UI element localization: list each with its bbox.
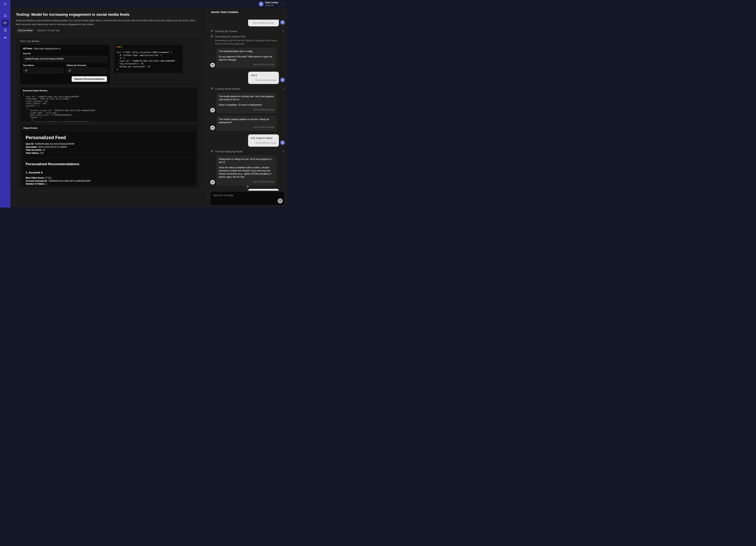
output-review-label: Output Review <box>22 127 196 129</box>
topbar: Z Zack Leman Jarmin AI <box>10 0 287 8</box>
terminal-dot-green <box>121 46 122 47</box>
terminal-header <box>114 45 183 49</box>
chat-message-agent: The model creation pipeline is now live.… <box>210 116 285 131</box>
chevron-down-icon <box>282 150 285 153</box>
message-input[interactable] <box>210 191 285 205</box>
divider <box>26 158 192 158</box>
substep-title-row: Generating ML Pipeline Plan <box>210 35 285 38</box>
updated-timestamp: Updated 5 minutes ago <box>37 29 60 32</box>
message-text: cool. ready for deploy <box>251 137 276 140</box>
section-planning-ml-pipeline[interactable]: Planning ML Pipeline <box>210 29 285 33</box>
message-timestamp: Oct 24, 2025 at 3:22 pm <box>219 180 274 183</box>
request-form: API Host: https://api-staging.jarmin.ai … <box>20 45 110 84</box>
robot-icon <box>210 29 213 33</box>
curl-command: curl -X POST 'http://localhost:3001/reco… <box>114 49 183 73</box>
meta-line: Number of Videos: 1 <box>26 182 192 185</box>
avatar: Z <box>280 140 285 145</box>
sidebar <box>0 0 10 207</box>
message-bubble: i like it Oct 24, 2025 at 3:13 pm <box>248 72 279 84</box>
message-input-card <box>210 191 285 205</box>
meta-line: Total Accounts: 20 <box>26 148 192 152</box>
sidebar-item-projects[interactable] <box>2 19 9 27</box>
message-bubble: The implementation plan is ready. Do you… <box>216 48 277 68</box>
chat-header: Jarmin Task Creation <box>208 8 287 16</box>
robot-icon <box>210 87 213 91</box>
sidebar-expand-button[interactable] <box>0 2 10 7</box>
api-host-label: API Host: <box>23 47 33 50</box>
top-videos-field[interactable] <box>23 68 64 73</box>
sidebar-item-inbox[interactable] <box>2 34 9 41</box>
user-id-field[interactable] <box>23 56 107 62</box>
message-timestamp: Oct 24, 2025 at 3:13 pm <box>219 108 274 111</box>
page-description: Build and deploy a personalized ranking … <box>16 19 201 26</box>
chat-message-user: i like it Oct 24, 2025 at 3:13 pm Z <box>210 72 285 84</box>
home-icon <box>3 14 7 18</box>
message-text: The implementation plan is ready. <box>219 50 274 53</box>
terminal-dot-yellow <box>118 46 120 47</box>
message-bubble: The model pipeline is running now. You'l… <box>216 93 277 113</box>
message-timestamp: Oct 24, 2025 at 3:14 pm <box>219 126 274 129</box>
message-timestamp: Oct 24, 2025 at 3:13 pm <box>251 79 276 82</box>
task-chat-panel: Jarmin Task Creation Oct 24, 2025 at 3:1… <box>208 8 287 207</box>
avatar: Z <box>259 2 263 6</box>
chat-title: Jarmin Task Creation <box>211 10 238 14</box>
robot-avatar <box>210 108 215 113</box>
chat-message-agent: The implementation plan is ready. Do you… <box>210 48 285 68</box>
badge-row: Test Live Model Updated 5 minutes ago <box>16 28 202 32</box>
message-timestamp: Oct 24, 2025 at 3:12 pm <box>251 21 276 25</box>
top-videos-label: Top Videos <box>23 64 64 66</box>
request-recommendations-button[interactable]: Request Recommendations <box>72 76 107 82</box>
message-bubble: Oct 24, 2025 at 3:12 pm <box>248 20 279 26</box>
arrow-down-icon <box>246 185 249 188</box>
chevron-down-icon <box>281 2 284 6</box>
account-meta: Best Video Score: 0.7311 Account Concept… <box>26 176 192 185</box>
substep-description: Generating a plan for the ML Pipeline to… <box>212 39 283 45</box>
videos-per-account-field[interactable] <box>67 68 107 73</box>
robot-avatar <box>210 126 215 131</box>
meta-line: Best Video Score: 0.7311 <box>26 176 192 179</box>
panel-label: TEST LIVE MODEL <box>20 40 198 42</box>
chat-messages[interactable]: Oct 24, 2025 at 3:12 pm Z Planning ML Pi… <box>208 16 287 191</box>
section-label: Planning ML Pipeline <box>215 30 237 33</box>
section-creating-model-pipeline[interactable]: Creating Model Pipeline <box>210 87 285 91</box>
substep-label: Generating ML Pipeline Plan <box>215 35 245 38</box>
account-heading: 1. Account A <box>26 171 192 174</box>
section-finished-deploying-model[interactable]: Finished Deploying Model <box>210 150 285 153</box>
chevron-down-icon <box>282 87 285 90</box>
feed-title: Personalized Feed <box>26 135 192 140</box>
substep-generating-plan: Generating ML Pipeline Plan Generating a… <box>210 35 285 45</box>
message-bubble: Deployment is rolling out now. You'll se… <box>216 155 277 185</box>
api-host-line: API Host: https://api-staging.jarmin.ai <box>23 47 107 50</box>
videos-per-account-label: Videos per Account <box>67 64 107 66</box>
message-bubble: cool. ready for deploy Oct 24, 2025 at 3… <box>248 134 279 147</box>
meta-line: User ID: "fa998cf9-dbdc-42cf-83cf-90afa1… <box>26 142 192 145</box>
chat-message-agent: Deployment is rolling out now. You'll se… <box>210 155 285 185</box>
message-text: Do you approve of the plan? Write yes/no… <box>219 55 274 61</box>
double-chevron-right-icon <box>3 2 7 7</box>
api-host-value: https://api-staging.jarmin.ai <box>34 47 60 50</box>
button-row: Request Recommendations <box>23 76 107 82</box>
scroll-to-bottom-button[interactable] <box>245 184 250 189</box>
user-org: Jarmin AI <box>265 4 278 7</box>
message-text: The model pipeline is running now. You'l… <box>219 95 274 101</box>
recommendations-title: Personalized Recommendations <box>26 162 192 166</box>
user-name: Zack Leman <box>265 1 278 4</box>
user-meta: Zack Leman Jarmin AI <box>265 1 278 7</box>
message-text: Once the rollout completes with no alert… <box>219 166 274 178</box>
chevron-up-icon <box>282 30 285 33</box>
send-button[interactable] <box>278 198 283 203</box>
user-menu[interactable]: Z Zack Leman Jarmin AI <box>259 0 284 8</box>
sidebar-item-documents[interactable] <box>2 27 9 34</box>
schema-json: { "user_id": "fa998cf9-dbdc-42cf-83cf-90… <box>23 93 195 122</box>
app-surface: Testing: Model for increasing engagement… <box>10 8 287 207</box>
chat-message-user: Oct 24, 2025 at 3:12 pm Z <box>210 20 285 26</box>
section-label: Finished Deploying Model <box>215 150 243 153</box>
folder-icon <box>3 21 7 25</box>
sidebar-item-home[interactable] <box>2 12 9 19</box>
page-title: Testing: Model for increasing engagement… <box>16 12 202 17</box>
schema-label: Expected Output Schema <box>23 89 195 92</box>
robot-avatar <box>210 180 215 185</box>
avatar: Z <box>280 78 285 82</box>
expected-output-schema-card: Expected Output Schema { "user_id": "fa9… <box>20 87 198 122</box>
section-label: Creating Model Pipeline <box>215 87 240 90</box>
